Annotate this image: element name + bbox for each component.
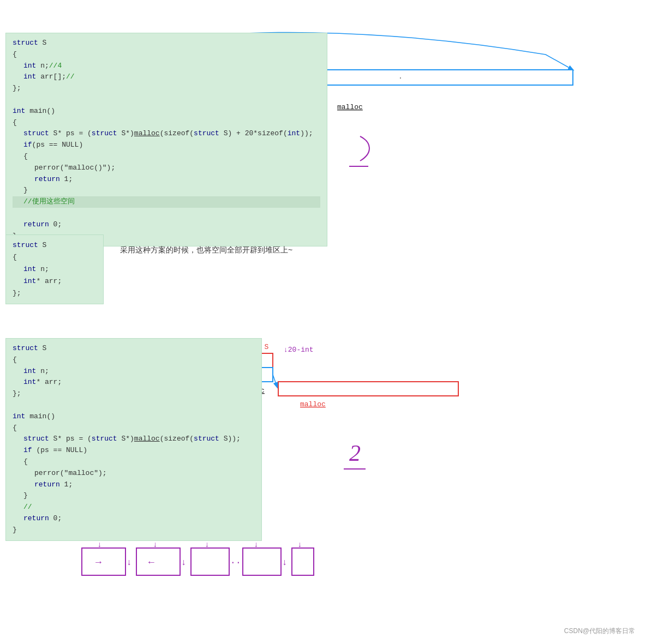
code-line: perror("malloc()");	[13, 162, 320, 174]
code-line: return 0;	[13, 513, 255, 525]
code-line: if(ps == NULL)	[13, 140, 320, 151]
svg-rect-23	[278, 382, 458, 396]
code-line: };	[13, 388, 255, 400]
svg-rect-34	[191, 548, 229, 575]
code-line: //	[13, 502, 255, 513]
svg-text:↓20-int: ↓20-int	[284, 346, 314, 354]
code-line: int n;//4	[13, 61, 320, 72]
code-line: }	[13, 490, 255, 502]
code-line: }	[13, 525, 255, 536]
code-line: int n;	[13, 366, 255, 377]
explanation-text: 采用这种方案的时候，也将空间全部开辟到堆区上~	[120, 234, 292, 255]
code-line: {	[13, 117, 320, 129]
svg-text:↓: ↓	[97, 540, 101, 549]
svg-text:↓: ↓	[127, 558, 132, 568]
code-line: {	[13, 354, 255, 366]
code-line: {	[13, 49, 320, 61]
code-line: struct S* ps = (struct S*)malloc(sizeof(…	[13, 128, 320, 140]
svg-text:↓: ↓	[297, 540, 302, 549]
svg-line-24	[273, 375, 277, 387]
code-block-2: struct S { int n; int* arr; };	[5, 234, 104, 304]
svg-text:·: ·	[236, 558, 241, 568]
code-line: int* arr;	[13, 377, 255, 388]
code-line: struct S	[13, 343, 255, 354]
svg-text:←: ←	[148, 557, 154, 568]
code-line: struct S	[13, 239, 97, 251]
code-line: int main()	[13, 411, 255, 423]
code-line: int* arr;	[13, 275, 97, 287]
code-line: return 1;	[13, 479, 255, 491]
svg-text:malloc: malloc	[337, 103, 363, 111]
svg-rect-37	[243, 548, 281, 575]
code-line	[13, 94, 320, 106]
svg-text:↓: ↓	[282, 558, 288, 568]
code-line: }	[13, 185, 320, 196]
code-line	[13, 400, 255, 411]
code-line: {	[13, 251, 97, 263]
code-line: int main()	[13, 106, 320, 117]
code-line: };	[13, 83, 320, 94]
code-line: {	[13, 456, 255, 468]
code-line: int n;	[13, 263, 97, 275]
svg-text:→: →	[95, 557, 101, 568]
svg-text:↓: ↓	[254, 540, 258, 549]
code-line: if (ps == NULL)	[13, 445, 255, 456]
svg-text:↓: ↓	[153, 540, 157, 549]
code-block-3: struct S { int n; int* arr; }; int main(…	[5, 338, 262, 541]
svg-rect-31	[136, 548, 180, 575]
code-line: };	[13, 287, 97, 299]
code-line: int arr[];//	[13, 71, 320, 83]
svg-text:2: 2	[349, 441, 361, 466]
code-line: {	[13, 151, 320, 162]
code-block-1: struct S { int n;//4 int arr[];// }; int…	[5, 33, 327, 246]
code-line: struct S	[13, 38, 320, 49]
code-line: struct S* ps = (struct S*)malloc(sizeof(…	[13, 434, 255, 445]
code-line: return 1;	[13, 174, 320, 185]
code-line	[13, 208, 320, 219]
svg-text:·: ·	[230, 558, 236, 568]
code-line-comment: //使用这些空间	[13, 196, 320, 208]
code-line: {	[13, 423, 255, 434]
svg-text:↓: ↓	[205, 540, 209, 549]
code-line: return 0;	[13, 219, 320, 231]
svg-text:↓: ↓	[181, 558, 187, 568]
code-line: perror("malloc");	[13, 468, 255, 479]
svg-text:·: ·	[398, 74, 403, 82]
watermark: CSDN@代阳的博客日常	[564, 627, 635, 636]
svg-rect-28	[82, 548, 125, 575]
svg-text:malloc: malloc	[300, 400, 326, 408]
svg-rect-39	[292, 548, 314, 575]
